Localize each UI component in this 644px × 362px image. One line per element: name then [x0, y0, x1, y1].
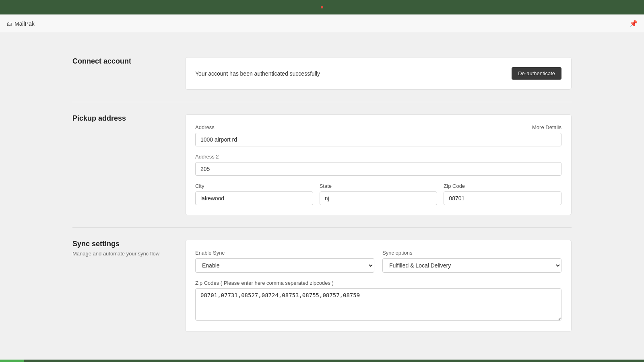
connect-account-title: Connect account [72, 57, 161, 66]
connect-account-section: Connect account Your account has been au… [72, 45, 572, 102]
enable-sync-select[interactable]: Enable Disable [195, 258, 374, 273]
progress-bar [0, 360, 24, 362]
address2-group: Address 2 [195, 154, 561, 176]
pickup-address-title: Pickup address [72, 114, 161, 123]
logo-icon: 🗂 [6, 21, 12, 27]
city-input[interactable] [195, 191, 313, 205]
sync-options-select[interactable]: Fulfilled & Local Delivery Fulfilled Loc… [382, 258, 561, 273]
address-group: Address More Details [195, 124, 561, 146]
top-bar-dot [321, 6, 323, 8]
sync-options-label: Sync options [382, 250, 561, 256]
address2-label-row: Address 2 [195, 154, 561, 160]
sync-settings-subtitle: Manage and automate your sync flow [72, 251, 161, 257]
zip-codes-group: Zip Codes ( Please enter here comma sepe… [195, 280, 561, 322]
main-content: Connect account Your account has been au… [40, 33, 604, 356]
sync-settings-title: Sync settings [72, 240, 161, 248]
nav-bar: 🗂 MailPak 📌 [0, 14, 644, 33]
bottom-bar [0, 360, 644, 362]
city-group: City [195, 183, 313, 205]
deauth-button[interactable]: De-authenticate [512, 67, 561, 80]
enable-sync-field: Enable Sync Enable Disable [195, 250, 374, 273]
sync-settings-label: Sync settings Manage and automate your s… [72, 240, 161, 332]
auth-message: Your account has been authenticated succ… [195, 70, 320, 77]
app-name: MailPak [14, 21, 35, 27]
zip-code-label: Zip Code [444, 183, 561, 189]
sync-settings-content: Enable Sync Enable Disable Sync options … [185, 240, 572, 332]
zip-code-group: Zip Code [444, 183, 561, 205]
address-input[interactable] [195, 133, 561, 146]
address2-label: Address 2 [195, 154, 219, 160]
auth-message-box: Your account has been authenticated succ… [195, 67, 561, 80]
sync-options-field: Sync options Fulfilled & Local Delivery … [382, 250, 561, 273]
connect-account-content: Your account has been authenticated succ… [185, 57, 572, 90]
sync-settings-section: Sync settings Manage and automate your s… [72, 228, 572, 344]
address-label-row: Address More Details [195, 124, 561, 130]
zip-codes-label: Zip Codes ( Please enter here comma sepe… [195, 280, 561, 286]
pin-icon: 📌 [630, 20, 638, 27]
state-label: State [320, 183, 438, 189]
pickup-address-label: Pickup address [72, 114, 161, 215]
city-label: City [195, 183, 313, 189]
top-bar [0, 0, 644, 14]
state-input[interactable] [320, 191, 438, 205]
pickup-address-content: Address More Details Address 2 City Stat… [185, 114, 572, 215]
sync-options-row: Enable Sync Enable Disable Sync options … [195, 250, 561, 273]
city-state-zip-row: City State Zip Code [195, 183, 561, 205]
more-details-link[interactable]: More Details [532, 124, 561, 130]
connect-account-label: Connect account [72, 57, 161, 90]
address-label: Address [195, 124, 215, 130]
enable-sync-label: Enable Sync [195, 250, 374, 256]
state-group: State [320, 183, 438, 205]
zip-code-input[interactable] [444, 191, 561, 205]
zip-codes-textarea[interactable]: 08701,07731,08527,08724,08753,08755,0875… [195, 288, 561, 321]
pickup-address-section: Pickup address Address More Details Addr… [72, 102, 572, 228]
address2-input[interactable] [195, 162, 561, 176]
nav-logo: 🗂 MailPak [6, 21, 35, 27]
